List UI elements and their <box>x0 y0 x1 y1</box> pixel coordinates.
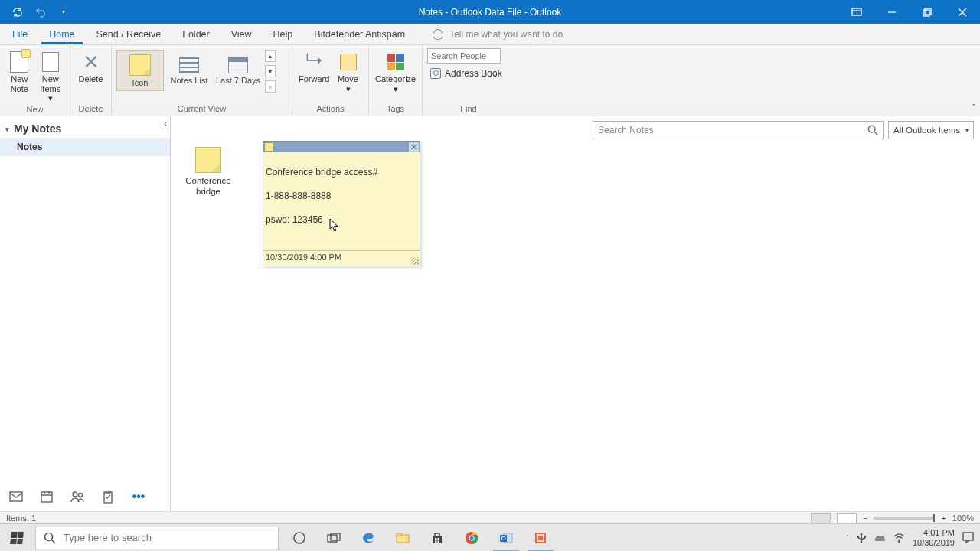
calendar-icon[interactable] <box>40 490 54 504</box>
content-pane: Search Notes All Outlook Items ▾ Confere… <box>171 116 980 511</box>
taskbar-edge-icon[interactable] <box>352 524 384 552</box>
tasks-icon[interactable] <box>101 490 115 504</box>
new-items-icon <box>42 52 59 72</box>
icon-view-icon <box>129 54 151 76</box>
view-gallery-more-icon[interactable]: ▿ <box>265 80 276 93</box>
view-last-7-days-button[interactable]: Last 7 Days <box>214 50 262 91</box>
view-notes-list-button[interactable]: Notes List <box>165 50 213 91</box>
zoom-slider[interactable] <box>874 517 935 520</box>
tab-home[interactable]: Home <box>41 26 82 44</box>
zoom-label: 100% <box>952 514 974 523</box>
lightbulb-icon <box>433 29 443 40</box>
tab-send-receive[interactable]: Send / Receive <box>89 26 169 44</box>
svg-rect-20 <box>397 533 402 536</box>
taskbar-cortana-icon[interactable] <box>283 524 315 552</box>
svg-line-15 <box>52 540 56 543</box>
tab-folder[interactable]: Folder <box>175 26 217 44</box>
people-icon[interactable] <box>70 490 84 504</box>
taskbar-chrome-icon[interactable] <box>456 524 488 552</box>
close-button[interactable] <box>945 0 980 24</box>
sticky-line1: Conference bridge access# <box>266 167 377 178</box>
delete-button[interactable]: ✕ Delete <box>75 47 106 84</box>
collapse-ribbon-icon[interactable]: ˆ <box>972 103 975 114</box>
view-normal-icon[interactable] <box>811 513 831 523</box>
svg-rect-24 <box>435 540 437 543</box>
qat-dropdown-icon[interactable]: ▾ <box>57 6 70 18</box>
svg-rect-0 <box>852 8 861 15</box>
tell-me-label: Tell me what you want to do <box>449 29 563 40</box>
tray-wifi-icon[interactable] <box>893 533 905 543</box>
new-items-button[interactable]: New Items ▾ <box>36 47 66 103</box>
search-notes-input[interactable]: Search Notes <box>593 121 884 139</box>
svg-point-28 <box>470 536 474 540</box>
tab-bitdefender[interactable]: Bitdefender Antispam <box>306 26 413 44</box>
tray-notifications-icon[interactable] <box>962 532 974 543</box>
group-currentview-label: Current View <box>116 103 287 116</box>
view-scroll-up-icon[interactable]: ▴ <box>265 50 276 62</box>
taskbar-explorer-icon[interactable] <box>387 524 419 552</box>
group-find-label: Find <box>427 103 510 116</box>
sticky-note-close-button[interactable]: ✕ <box>409 142 419 152</box>
ribbon-display-icon[interactable] <box>839 0 874 24</box>
new-note-button[interactable]: New Note <box>5 47 34 93</box>
move-button[interactable]: Move ▾ <box>332 47 364 93</box>
view-reading-icon[interactable] <box>837 513 857 523</box>
undo-icon[interactable] <box>34 6 47 18</box>
nav-sidebar: ‹ My Notes Notes ••• <box>0 116 171 511</box>
sidebar-collapse-icon[interactable]: ‹ <box>164 119 167 128</box>
nav-more-icon[interactable]: ••• <box>132 490 145 504</box>
svg-rect-6 <box>10 492 22 501</box>
zoom-minus-icon[interactable]: − <box>863 514 867 523</box>
tab-view[interactable]: View <box>224 26 260 44</box>
tray-usb-icon[interactable] <box>857 533 866 543</box>
tell-me-search[interactable]: Tell me what you want to do <box>433 29 563 44</box>
taskbar-outlook-icon[interactable]: O <box>490 524 522 552</box>
view-scroll-down-icon[interactable]: ▾ <box>265 65 276 77</box>
address-book-label: Address Book <box>445 68 502 79</box>
search-people-input[interactable] <box>427 48 501 64</box>
forward-button[interactable]: ⮡ Forward <box>297 47 331 84</box>
group-tags-label: Tags <box>374 103 417 116</box>
list-view-icon <box>179 57 199 73</box>
title-bar: ▾ Notes - Outlook Data File - Outlook <box>0 0 980 24</box>
tab-file[interactable]: File <box>5 26 35 44</box>
zoom-plus-icon[interactable]: + <box>941 514 946 523</box>
sticky-note-window[interactable]: ✕ Conference bridge access# 1-888-888-88… <box>263 141 420 266</box>
new-note-icon <box>10 51 28 73</box>
address-book-button[interactable]: Address Book <box>427 65 505 82</box>
tray-clock[interactable]: 4:01 PM 10/30/2019 <box>913 528 955 546</box>
ribbon-tabs: File Home Send / Receive Folder View Hel… <box>0 24 980 45</box>
view-icon-button[interactable]: Icon <box>116 50 164 91</box>
taskbar-snagit-icon[interactable] <box>524 524 557 552</box>
sticky-note-titlebar[interactable]: ✕ <box>263 142 420 152</box>
categorize-button[interactable]: Categorize ▾ <box>374 47 417 93</box>
view-scroll[interactable]: ▴ ▾ ▿ <box>265 50 276 93</box>
tray-up-icon[interactable]: ˄ <box>846 534 849 541</box>
tab-help[interactable]: Help <box>266 26 301 44</box>
svg-text:O: O <box>501 535 505 542</box>
taskbar-store-icon[interactable] <box>421 524 453 552</box>
note-item-conference-bridge[interactable]: Conference bridge <box>183 147 234 197</box>
sticky-note-menu-icon[interactable] <box>264 142 273 152</box>
ribbon: New Note New Items ▾ New ✕ Delete Delete… <box>0 45 980 116</box>
cursor-icon <box>329 218 340 232</box>
sidebar-header[interactable]: My Notes <box>0 116 170 138</box>
sticky-note-body[interactable]: Conference bridge access# 1-888-888-8888… <box>263 152 420 250</box>
sticky-note-resize-handle[interactable] <box>411 257 419 265</box>
system-tray[interactable]: ˄ 4:01 PM 10/30/2019 <box>840 528 980 546</box>
new-note-label: New Note <box>6 74 33 93</box>
svg-rect-32 <box>535 533 546 543</box>
maximize-button[interactable] <box>910 0 945 24</box>
tray-onedrive-icon[interactable] <box>874 533 886 542</box>
minimize-button[interactable] <box>874 0 910 24</box>
svg-point-8 <box>73 492 77 497</box>
search-scope-dropdown[interactable]: All Outlook Items ▾ <box>888 121 974 139</box>
taskbar-taskview-icon[interactable] <box>318 524 350 552</box>
mail-icon[interactable] <box>9 490 23 504</box>
move-icon <box>340 54 357 70</box>
svg-rect-2 <box>923 10 929 16</box>
taskbar-search-input[interactable]: Type here to search <box>35 527 279 549</box>
sync-icon[interactable] <box>11 6 24 18</box>
start-button[interactable] <box>0 524 34 552</box>
sidebar-folder-notes[interactable]: Notes <box>0 138 170 156</box>
